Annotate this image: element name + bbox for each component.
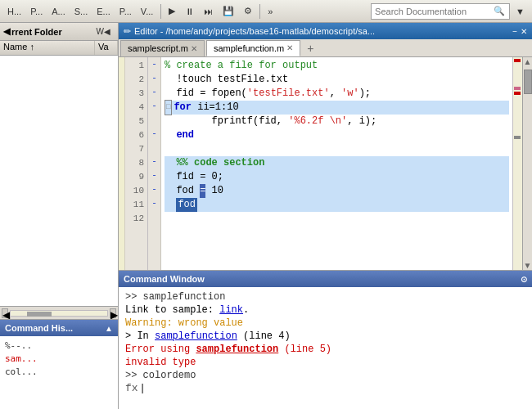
code-line-6[interactable]: end bbox=[165, 128, 509, 142]
search-icon: 🔍 bbox=[494, 6, 505, 16]
code-line-9[interactable]: fid = 0; bbox=[165, 170, 509, 184]
search-input[interactable] bbox=[375, 7, 494, 16]
diff-4: - bbox=[148, 99, 160, 113]
toolbar-nav-group: H... P... A... S... E... P... V... bbox=[3, 2, 157, 20]
scroll-thumb[interactable] bbox=[27, 312, 52, 317]
scroll-track[interactable] bbox=[10, 310, 108, 317]
scroll-left-btn[interactable]: ◀ bbox=[2, 308, 8, 318]
toolbar-btn-s[interactable]: S... bbox=[70, 2, 92, 20]
cmd-window-label: Command Window bbox=[124, 274, 205, 284]
scroll-up-btn[interactable]: ▲ bbox=[524, 57, 532, 66]
line-num-7: 7 bbox=[128, 142, 144, 156]
gutter-mark-red1 bbox=[514, 59, 521, 62]
code-line-3[interactable]: fid = fopen('testFile.txt', 'w'); bbox=[165, 87, 509, 101]
code-text-9: fid = 0; bbox=[176, 170, 223, 184]
right-panel: ✏ Editor - /home/andy/projects/base16-ma… bbox=[119, 23, 532, 409]
cmd-window-toggle[interactable]: ⊙ bbox=[521, 275, 527, 284]
cmd-cursor: | bbox=[140, 382, 146, 395]
cmd-line-3: Warning: wrong value bbox=[125, 317, 525, 330]
code-line-2[interactable]: !touch testFile.txt bbox=[165, 73, 509, 87]
fold-box-4: □ bbox=[165, 100, 172, 115]
cmd-fx-label: fx bbox=[125, 382, 138, 395]
save-button[interactable]: 💾 bbox=[219, 2, 238, 20]
toolbar: H... P... A... S... E... P... V... ▶ ⏸ ⏭… bbox=[0, 0, 532, 23]
toolbar-btn-v[interactable]: V... bbox=[137, 2, 158, 20]
word-wrap-btn[interactable]: W◀ bbox=[92, 23, 115, 41]
code-text-1: % create a file for output bbox=[165, 59, 318, 73]
code-line-10[interactable]: fod = 10 bbox=[165, 184, 509, 198]
code-text-4: for bbox=[174, 101, 192, 115]
cmd-window: Command Window ⊙ >> samplefunction Link … bbox=[119, 270, 532, 409]
cmd-content[interactable]: >> samplefunction Link to sample: link. … bbox=[119, 287, 532, 409]
cmd-window-title: Command Window ⊙ bbox=[119, 271, 532, 287]
code-indent-11 bbox=[165, 198, 176, 212]
line-num-12: 12 bbox=[128, 212, 144, 226]
toolbar-btn-a[interactable]: A... bbox=[47, 2, 70, 20]
scroll-right-btn[interactable]: ▶ bbox=[110, 308, 116, 318]
cmd-input-line[interactable]: fx | bbox=[125, 382, 525, 395]
history-item-2[interactable]: col... bbox=[5, 366, 113, 379]
gutter-mark-pink bbox=[514, 87, 521, 90]
code-lines[interactable]: % create a file for output !touch testFi… bbox=[161, 57, 512, 270]
history-item-0[interactable]: %--.. bbox=[5, 339, 113, 353]
folder-scrollbar[interactable]: ◀ ▶ bbox=[0, 306, 118, 319]
right-gutter bbox=[512, 57, 522, 270]
cmd-func-link-4[interactable]: samplefunction bbox=[155, 330, 237, 342]
tab-samplescript[interactable]: samplescript.m ✕ bbox=[120, 40, 205, 56]
cmd-link-2[interactable]: link bbox=[219, 304, 243, 316]
cmd-prompt-1: >> samplefunction bbox=[125, 291, 225, 303]
settings-button[interactable]: ⚙ bbox=[240, 2, 256, 20]
tab-samplefunction-close[interactable]: ✕ bbox=[286, 43, 293, 52]
code-text-10c: 10 bbox=[205, 184, 223, 198]
folder-table-header: Name ↑ Va bbox=[0, 41, 118, 56]
cmd-history-toggle[interactable]: ▲ bbox=[105, 324, 113, 333]
main-container: ◀ rrent Folder W◀ Name ↑ Va ◀ ▶ Command … bbox=[0, 23, 532, 409]
editor-titlebar: ✏ Editor - /home/andy/projects/base16-ma… bbox=[119, 23, 532, 39]
editor-minimize-btn[interactable]: − bbox=[512, 27, 517, 36]
code-editor[interactable]: 1 2 3 4 5 6 7 8 9 10 11 12 bbox=[119, 57, 522, 270]
code-text-3d: 'w' bbox=[341, 87, 359, 101]
folder-name: rrent Folder bbox=[11, 27, 62, 37]
history-item-1[interactable]: sam... bbox=[5, 353, 113, 366]
code-line-5[interactable]: fprintf(fid, '%6.2f \n', i); bbox=[165, 115, 509, 128]
vert-scrollbar[interactable]: ▲ ▼ bbox=[522, 57, 532, 270]
code-line-4[interactable]: □for ii=1:10 bbox=[165, 101, 509, 115]
toolbar-btn-p2[interactable]: P... bbox=[115, 2, 136, 20]
toolbar-btn-h[interactable]: H... bbox=[3, 2, 25, 20]
code-line-11[interactable]: fod bbox=[165, 198, 509, 212]
scroll-down-btn[interactable]: ▼ bbox=[524, 261, 532, 270]
run-button[interactable]: ▶ bbox=[165, 2, 179, 20]
code-text-5c: , i); bbox=[347, 115, 376, 128]
diff-9: - bbox=[148, 169, 160, 182]
tab-add-btn[interactable]: + bbox=[302, 40, 318, 56]
folder-title: ◀ bbox=[3, 26, 10, 37]
editor-close-btn[interactable]: ✕ bbox=[521, 27, 527, 36]
code-text-5a: fprintf(fid, bbox=[212, 115, 289, 128]
col-val: Va bbox=[95, 41, 118, 55]
code-line-8[interactable]: %% code section bbox=[165, 156, 509, 170]
tab-samplescript-close[interactable]: ✕ bbox=[191, 44, 197, 53]
code-text-4b: ii=1:10 bbox=[192, 101, 239, 115]
code-text-3c: , bbox=[330, 87, 341, 101]
cmd-line-5: Error using samplefunction (line 5) bbox=[125, 343, 525, 356]
scroll-thumb[interactable] bbox=[524, 70, 532, 94]
code-line-7[interactable] bbox=[165, 142, 509, 156]
code-text-3a: fid = fopen( bbox=[165, 87, 247, 101]
cmd-text-4a: > In bbox=[125, 330, 155, 342]
step-button[interactable]: ⏭ bbox=[200, 2, 217, 20]
toolbar-btn-p[interactable]: P... bbox=[26, 2, 47, 20]
code-line-12[interactable] bbox=[165, 212, 509, 226]
tab-samplefunction[interactable]: samplefunction.m ✕ bbox=[206, 40, 300, 56]
code-text-6: end bbox=[176, 128, 194, 142]
cmd-line-2: Link to sample: link. bbox=[125, 303, 525, 317]
diff-2: - bbox=[148, 71, 160, 85]
cmd-func-link-5[interactable]: samplefunction bbox=[196, 344, 278, 355]
editor-area: ✏ Editor - /home/andy/projects/base16-ma… bbox=[119, 23, 532, 270]
code-line-1[interactable]: % create a file for output bbox=[165, 59, 509, 73]
debug-button[interactable]: ⏸ bbox=[181, 2, 198, 20]
more-button[interactable]: » bbox=[264, 2, 277, 20]
toolbar-btn-e[interactable]: E... bbox=[92, 2, 115, 20]
filter-button[interactable]: ▼ bbox=[512, 2, 529, 20]
code-text-3e: ); bbox=[359, 87, 371, 101]
code-indent-8 bbox=[165, 156, 176, 170]
